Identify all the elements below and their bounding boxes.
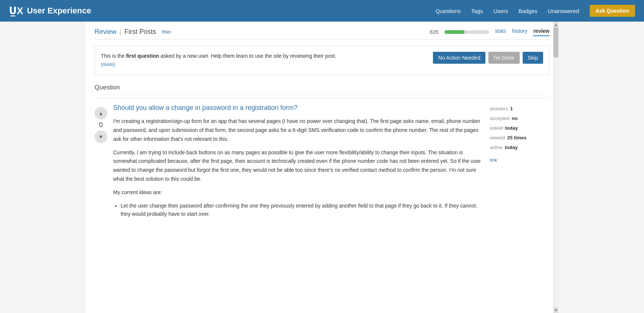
info-box-text: This is the first question asked by a ne… (101, 52, 424, 69)
downvote-button[interactable]: ▼ (95, 130, 107, 143)
question-sidebar: answers 1 accepted no asked today viewed… (490, 104, 549, 221)
main-container: Review | First Posts filter 626 stats hi… (86, 22, 558, 313)
question-content: Should you allow a change in password in… (113, 104, 484, 221)
im-done-button[interactable]: I'm Done (488, 52, 520, 64)
no-action-needed-button[interactable]: No Action Needed (433, 52, 485, 64)
question-body-p3: My current ideas are: (113, 188, 484, 197)
info-text-intro: This is the (101, 53, 126, 59)
sidebar-active-label: active (490, 143, 503, 152)
sidebar-accepted-value: no (512, 114, 518, 123)
ask-question-button[interactable]: Ask Question (590, 5, 635, 17)
section-label: Question (95, 84, 549, 95)
site-logo: U̲X User Experience (9, 5, 91, 17)
sidebar-accepted-label: accepted (490, 114, 510, 123)
tab-stats[interactable]: stats (495, 28, 506, 36)
sidebar-viewed-label: viewed (490, 133, 505, 143)
review-title-area: Review | First Posts filter (95, 28, 171, 36)
question-body: I'm creating a registration/sign-up form… (113, 117, 484, 218)
sidebar-active: active today (490, 143, 549, 152)
progress-count: 626 (430, 29, 438, 35)
nav-badges[interactable]: Badges (519, 8, 538, 14)
info-box: This is the first question asked by a ne… (95, 45, 549, 75)
question-section: Question ▲ 0 ▼ Should you allow a change… (95, 84, 549, 221)
sidebar-active-value: today (505, 143, 518, 152)
site-name: User Experience (27, 6, 91, 16)
header: U̲X User Experience Questions Tags Users… (0, 0, 644, 22)
nav-users[interactable]: Users (493, 8, 508, 14)
info-more-link[interactable]: (more) (101, 61, 115, 67)
scrollbar-up[interactable]: ▲ (554, 22, 558, 28)
review-page-title: First Posts (124, 28, 156, 36)
question-area: ▲ 0 ▼ Should you allow a change in passw… (95, 104, 549, 221)
logo-icon: U̲X (9, 5, 23, 17)
main-nav: Questions Tags Users Badges Unanswered A… (436, 5, 635, 17)
info-text-rest: asked by a new user. Help them learn to … (159, 53, 336, 59)
vote-area: ▲ 0 ▼ (95, 104, 107, 221)
info-text-bold: first question (126, 53, 159, 59)
sidebar-asked: asked today (490, 123, 549, 133)
question-body-list: Let the user change their password after… (121, 202, 484, 218)
filter-link[interactable]: filter (162, 29, 171, 35)
nav-tags[interactable]: Tags (471, 8, 483, 14)
review-tabs: stats history review (495, 28, 549, 36)
question-body-p2: Currently, I am trying to include back b… (113, 148, 484, 184)
title-separator: | (119, 28, 121, 36)
sidebar-asked-label: asked (490, 123, 503, 133)
question-body-li1: Let the user change their password after… (121, 202, 484, 218)
vote-count: 0 (99, 121, 103, 129)
question-body-p1: I'm creating a registration/sign-up form… (113, 117, 484, 143)
question-title-link[interactable]: Should you allow a change in password in… (113, 104, 484, 112)
sidebar-accepted: accepted no (490, 114, 549, 123)
sidebar-viewed: viewed 25 times (490, 133, 549, 143)
scrollbar-thumb[interactable] (554, 28, 558, 57)
sidebar-answers: answers 1 (490, 104, 549, 114)
scrollbar[interactable]: ▲ ▼ (553, 22, 558, 313)
skip-button[interactable]: Skip (523, 52, 543, 64)
review-breadcrumb-link[interactable]: Review (95, 28, 117, 36)
info-actions: No Action Needed I'm Done Skip (433, 52, 543, 64)
tab-history[interactable]: history (512, 28, 527, 36)
nav-questions[interactable]: Questions (436, 8, 461, 14)
sidebar-link[interactable]: link (490, 157, 497, 163)
progress-bar-fill (444, 30, 465, 34)
sidebar-viewed-value: 25 times (507, 133, 526, 143)
upvote-button[interactable]: ▲ (95, 107, 107, 120)
review-stats-area: 626 stats history review (430, 28, 549, 36)
sidebar-asked-value: today (505, 123, 518, 133)
review-header: Review | First Posts filter 626 stats hi… (95, 28, 549, 39)
tab-review[interactable]: review (533, 28, 549, 36)
progress-bar (444, 30, 489, 34)
nav-unanswered[interactable]: Unanswered (548, 8, 579, 14)
sidebar-answers-value: 1 (510, 104, 513, 114)
scrollbar-down[interactable]: ▼ (554, 307, 558, 313)
sidebar-answers-label: answers (490, 104, 508, 114)
